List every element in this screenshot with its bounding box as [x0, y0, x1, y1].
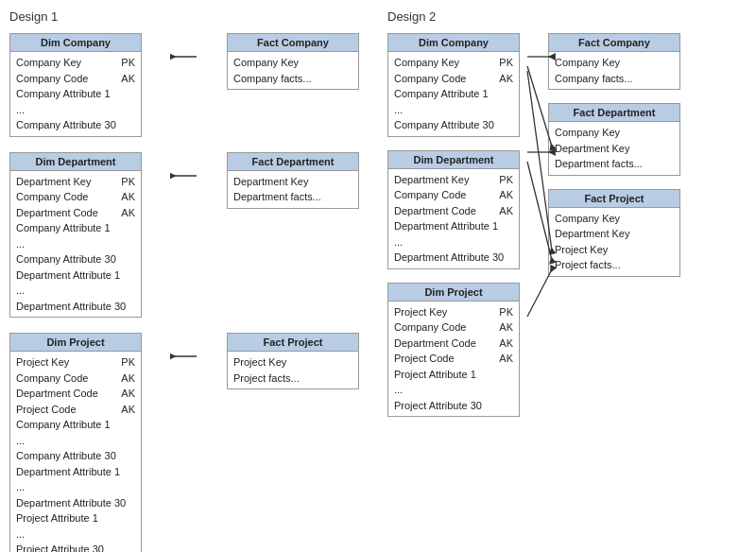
d1-row-department: Dim Department Department KeyPK Company …: [9, 152, 369, 319]
table-row: Project Attribute 30: [16, 542, 135, 552]
d1-fact-department: Fact Department Department Key Departmen…: [227, 152, 359, 209]
table-row: Company CodeAK: [16, 371, 135, 387]
table-row: Company Attribute 30: [16, 251, 135, 267]
table-row: Department KeyPK: [16, 174, 135, 190]
d1-fact-project-header: Fact Project: [228, 334, 358, 352]
design1-title: Design 1: [9, 9, 369, 24]
ellipsis: ...: [16, 236, 135, 252]
table-row: Company Attribute 30: [16, 117, 135, 133]
d2-fact-department: Fact Department Company Key Department K…: [548, 103, 680, 176]
d2-dim-department-header: Dim Department: [388, 151, 519, 169]
d1-fact-department-body: Department Key Department facts...: [228, 171, 358, 208]
design2-title: Design 2: [387, 9, 747, 24]
table-row: Department KeyPK: [394, 172, 513, 188]
d2-facts-col: Fact Company Company Key Company facts..…: [548, 33, 680, 417]
table-row: Project facts...: [233, 371, 352, 387]
table-row: Department Key: [555, 226, 674, 242]
d2-dim-company-header: Dim Company: [388, 34, 519, 52]
d2-dim-project-header: Dim Project: [388, 284, 519, 302]
table-row: Company CodeAK: [394, 319, 513, 336]
d1-dim-company-header: Dim Company: [10, 34, 141, 52]
table-row: Project Attribute 30: [394, 398, 513, 414]
d1-dim-department-body: Department KeyPK Company CodeAK Departme…: [10, 171, 141, 318]
d1-dim-company: Dim Company Company KeyPK Company CodeAK…: [9, 33, 142, 137]
table-row: Department CodeAK: [394, 336, 513, 352]
arrow-department: [170, 169, 198, 182]
table-row: Company Attribute 30: [394, 117, 513, 133]
d1-fact-project-body: Project Key Project facts...: [228, 352, 358, 388]
d1-dim-project-header: Dim Project: [10, 334, 141, 352]
d1-dim-company-body: Company KeyPK Company CodeAK Company Att…: [10, 52, 141, 136]
table-row: Department Key: [233, 174, 352, 190]
d1-fact-company-body: Company Key Company facts...: [228, 52, 358, 89]
ellipsis: ...: [394, 234, 513, 250]
table-row: Company Attribute 30: [16, 448, 135, 464]
design1-diagram: Dim Company Company KeyPK Company CodeAK…: [9, 33, 369, 552]
table-row: Company Attribute 1: [16, 220, 135, 236]
d2-fact-project-header: Fact Project: [549, 190, 679, 208]
table-row: Company Key: [555, 55, 674, 71]
table-row: Department Attribute 1: [394, 218, 513, 234]
table-row: Department CodeAK: [16, 386, 135, 402]
d1-dim-department: Dim Department Department KeyPK Company …: [9, 152, 142, 319]
design-2: Design 2 Dim Company Company KeyPK Compa…: [387, 9, 747, 552]
ellipsis: ...: [16, 526, 135, 543]
design2-diagram: Dim Company Company KeyPK Company CodeAK…: [387, 33, 747, 417]
table-row: Department Attribute 30: [394, 250, 513, 266]
ellipsis: ...: [394, 102, 513, 118]
d2-dim-company: Dim Company Company KeyPK Company CodeAK…: [387, 33, 520, 137]
table-row: Company CodeAK: [16, 71, 135, 87]
table-row: Company Attribute 1: [394, 86, 513, 102]
d1-dim-project: Dim Project Project KeyPK Company CodeAK…: [9, 333, 142, 552]
d2-fact-company-body: Company Key Company facts...: [549, 52, 679, 89]
d1-fact-company-header: Fact Company: [228, 34, 358, 52]
table-row: Company Attribute 1: [16, 86, 135, 102]
table-row: Project CodeAK: [394, 351, 513, 367]
table-row: Department Attribute 1: [16, 267, 135, 284]
table-row: Company Attribute 1: [16, 417, 135, 433]
d1-fact-department-header: Fact Department: [228, 153, 358, 171]
d2-fact-department-header: Fact Department: [549, 104, 679, 122]
d1-fact-project: Fact Project Project Key Project facts..…: [227, 333, 359, 389]
arrow-company: [170, 50, 198, 63]
table-row: Project Key: [555, 242, 674, 258]
d1-fact-company: Fact Company Company Key Company facts..…: [227, 33, 359, 90]
table-row: Department facts...: [233, 189, 352, 205]
ellipsis: ...: [16, 102, 135, 118]
table-row: Company Key: [233, 55, 352, 71]
table-row: Department Attribute 30: [16, 495, 135, 511]
d2-dims-col: Dim Company Company KeyPK Company CodeAK…: [387, 33, 520, 417]
d2-fact-department-body: Company Key Department Key Department fa…: [549, 122, 679, 175]
table-row: Project Key: [233, 354, 352, 371]
table-row: Project Attribute 1: [394, 367, 513, 383]
d2-fact-project-body: Company Key Department Key Project Key P…: [549, 208, 679, 276]
table-row: Project CodeAK: [16, 402, 135, 418]
d2-dim-department-body: Department KeyPK Company CodeAK Departme…: [388, 169, 519, 268]
d1-row-company: Dim Company Company KeyPK Company CodeAK…: [9, 33, 369, 137]
table-row: Company CodeAK: [394, 71, 513, 87]
d2-fact-project: Fact Project Company Key Department Key …: [548, 189, 680, 277]
table-row: Project KeyPK: [16, 354, 135, 371]
table-row: Department CodeAK: [394, 203, 513, 219]
d2-dim-department: Dim Department Department KeyPK Company …: [387, 150, 520, 269]
table-row: Company Key: [555, 125, 674, 141]
table-row: Department Key: [555, 141, 674, 157]
d2-fact-company-header: Fact Company: [549, 34, 679, 52]
d2-dim-project-body: Project KeyPK Company CodeAK Department …: [388, 302, 519, 417]
ellipsis: ...: [394, 382, 513, 398]
d2-fact-company: Fact Company Company Key Company facts..…: [548, 33, 680, 90]
table-row: Company CodeAK: [394, 187, 513, 203]
designs-container: Design 1 Dim Company Company KeyPK Compa…: [9, 9, 747, 552]
table-row: Department CodeAK: [16, 205, 135, 221]
table-row: Company Key: [555, 211, 674, 227]
table-row: Company facts...: [233, 71, 352, 87]
ellipsis: ...: [16, 433, 135, 449]
d2-dim-project: Dim Project Project KeyPK Company CodeAK…: [387, 283, 520, 418]
ellipsis: ...: [16, 479, 135, 495]
table-row: Project Attribute 1: [16, 510, 135, 526]
d1-row-project: Dim Project Project KeyPK Company CodeAK…: [9, 333, 369, 552]
d1-dim-project-body: Project KeyPK Company CodeAK Department …: [10, 352, 141, 552]
table-row: Department Attribute 1: [16, 464, 135, 480]
arrow-project: [170, 350, 198, 363]
table-row: Company facts...: [555, 71, 674, 87]
